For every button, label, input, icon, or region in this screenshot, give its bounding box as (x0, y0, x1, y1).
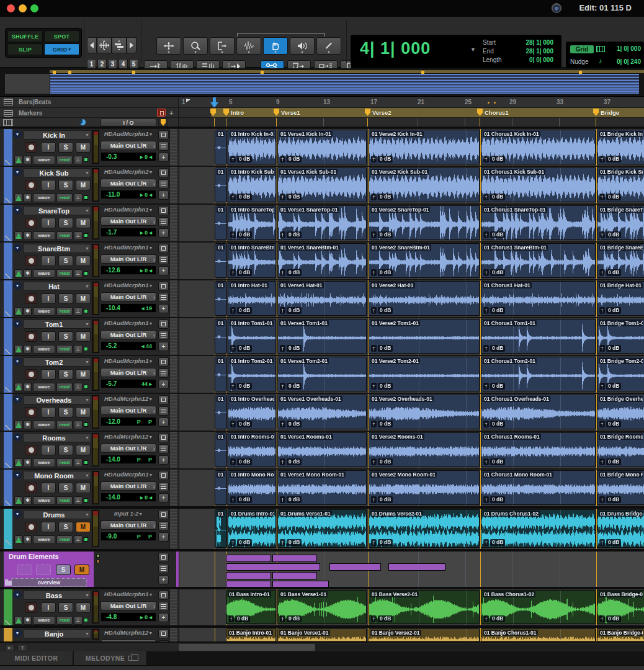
ruler-menu-icon[interactable] (4, 99, 13, 105)
clip-gain-chip[interactable]: †0 dB (280, 615, 302, 622)
output-window-icon[interactable]: ⊥ (74, 535, 83, 544)
output-selector[interactable]: Main Out L/R⍿ (101, 217, 156, 226)
clip-name[interactable]: 01 Verse2 Kick In-01 (370, 131, 424, 137)
clip-gain-chip[interactable]: †0 dB (230, 496, 252, 503)
scroll-to-start-icon[interactable]: ⇤ (5, 644, 15, 651)
midi-clip[interactable] (226, 555, 271, 562)
clip-name[interactable]: 01 Bridge Tom1-01 (599, 320, 643, 326)
clip-gain-icon[interactable]: † (599, 345, 605, 352)
collapse-track-icon[interactable]: ▼ (13, 244, 22, 252)
input-selector[interactable]: HDAudMcrphn1▼ (101, 591, 156, 599)
track-lane[interactable]: 0101 Drums Intro-01†0 dB01 Drums Verse1-… (179, 509, 644, 549)
waveform-zoom-scale[interactable] (169, 243, 177, 279)
clip-name[interactable]: 01 Intro Tom2-01 (230, 358, 274, 364)
track-name-box[interactable]: Kick Sub▼ (23, 168, 91, 177)
clip-gain-chip[interactable]: †0 dB (599, 156, 621, 163)
universe-view-box[interactable] (5, 74, 50, 94)
track-name[interactable]: Tom1 (24, 321, 84, 328)
clip-gain-chip[interactable]: †0 dB (280, 421, 302, 427)
waveform-zoom-scale[interactable] (169, 167, 177, 203)
clip-name[interactable]: 01 Bridge Mono Room-01 (599, 471, 643, 478)
clip-gain-icon[interactable]: † (599, 156, 605, 163)
clip-gain-chip[interactable]: †0 dB (230, 539, 252, 546)
clip-name[interactable]: 01 Intro Overheads-01 (230, 396, 274, 402)
audio-clip[interactable]: 01 Bridge Tom2-01†0 dB (597, 357, 644, 391)
clip-gain-icon[interactable]: † (599, 458, 605, 465)
mute-button[interactable]: M (74, 565, 89, 575)
solo-button[interactable]: S (58, 293, 73, 304)
clip-gain-icon[interactable]: † (371, 615, 377, 622)
track-name[interactable]: SnareTop (24, 207, 84, 215)
clip-gain-value[interactable]: 0 dB (287, 194, 302, 200)
clip-gain-chip[interactable]: †0 dB (371, 231, 393, 238)
audio-clip[interactable]: 01 Banjo Verse1-01 (277, 628, 367, 641)
input-selector[interactable]: HDAudMcrphn2▼ (101, 168, 156, 176)
clip-gain-icon[interactable]: † (280, 156, 285, 163)
clip-name[interactable]: 01 (217, 396, 225, 402)
freeze-button[interactable] (158, 591, 169, 600)
track-name-box[interactable]: Hat▼ (23, 282, 91, 291)
clip-gain-icon[interactable]: † (280, 307, 285, 314)
audio-clip[interactable]: 01 Verse2 Overheads-01†0 dB (369, 395, 480, 429)
audio-clip[interactable]: 01 (215, 205, 227, 240)
marker-label[interactable]: Chorus1 (485, 109, 509, 116)
clip-gain-value[interactable]: 0 dB (490, 496, 505, 503)
audio-clip[interactable]: 01 Verse2 Rooms-01†0 dB (369, 432, 480, 467)
clip-gain-chip[interactable]: †0 dB (483, 307, 505, 314)
waveform-zoom-scale[interactable] (169, 356, 177, 393)
zoom-vertical-icon[interactable] (112, 37, 127, 53)
clip-name[interactable]: 01 (217, 282, 225, 288)
input-selector[interactable]: HDAudMcrphn1▼ (101, 206, 156, 214)
waveform-zoom-scale[interactable] (169, 589, 177, 625)
clip-gain-icon[interactable]: † (483, 539, 489, 546)
mute-button[interactable]: M (76, 602, 91, 613)
mute-button[interactable]: M (76, 142, 91, 153)
audio-clip[interactable]: 01 Bass Verse2-01†0 dB (369, 590, 480, 624)
clip-gain-value[interactable]: 0 dB (490, 307, 505, 314)
clip-gain-icon[interactable]: † (230, 194, 236, 200)
freeze-button[interactable] (158, 168, 169, 177)
solo-button[interactable]: S (58, 522, 73, 532)
clip-name[interactable]: 01 (217, 471, 225, 478)
edit-mode-spot[interactable]: SPOT (44, 30, 79, 42)
clip-gain-value[interactable]: 0 dB (378, 615, 393, 622)
track-lane[interactable]: 0101 Intro Mono Room-01†0 dB01 Verse1 Mo… (179, 470, 644, 506)
track-lane[interactable]: 0101 Intro Tom2-01†0 dB01 Verse1 Tom2-01… (179, 356, 644, 393)
clip-gain-value[interactable]: 0 dB (378, 269, 393, 276)
zoom-toggle-tool[interactable]: ▾ (156, 37, 181, 55)
freeze-button[interactable] (158, 130, 169, 140)
clip-name[interactable]: 01 Chorus1 Tom2-01 (483, 358, 537, 364)
waveform-zoom-scale[interactable] (169, 205, 177, 241)
clip-gain-chip[interactable]: †0 dB (599, 269, 621, 276)
audio-clip[interactable]: 01 Chorus1 Hat-01†0 dB (481, 281, 596, 316)
edit-mode-grid[interactable]: GRID (44, 43, 79, 55)
track-name-dropdown-icon[interactable]: ▼ (85, 322, 89, 326)
audio-clip[interactable]: 01 Chorus1 Mono Room-01†0 dB (481, 470, 596, 505)
audio-clip[interactable]: 01 Bridge Rooms-01†0 dB (597, 432, 644, 467)
track-name-box[interactable]: Overheads▼ (23, 395, 91, 404)
start-value[interactable]: 28| 1| 000 (525, 39, 553, 46)
clip-name[interactable]: 01 (217, 169, 225, 175)
collapse-track-icon[interactable]: ▼ (13, 433, 22, 441)
volume-pan-display[interactable]: -5.2◂ 44 (101, 341, 156, 351)
collapse-track-icon[interactable]: ▼ (13, 591, 22, 599)
voice-selector-icon[interactable] (14, 496, 22, 505)
clip-gain-chip[interactable]: †0 dB (280, 383, 302, 390)
output-selector[interactable]: Main Out L/R⍿ (101, 179, 156, 188)
clip-gain-chip[interactable]: †0 dB (280, 231, 302, 238)
clip-gain-icon[interactable]: † (599, 496, 605, 503)
pan-value[interactable]: P P (137, 419, 152, 425)
clip-gain-chip[interactable]: †0 dB (230, 458, 252, 465)
clip-name[interactable]: 01 Banjo Verse2-01 (370, 630, 421, 636)
voice-selector-icon[interactable] (14, 156, 22, 164)
input-selector[interactable]: HDAudMcrphn1▼ (101, 357, 156, 365)
end-value[interactable]: 28| 1| 000 (525, 48, 553, 55)
clip-name[interactable]: 01 Banjo Verse1-01 (279, 630, 330, 636)
track-lane[interactable]: 0101 Intro Hat-01†0 dB01 Verse1 Hat-01†0… (179, 280, 644, 317)
volume-value[interactable]: -0.3 (106, 153, 117, 160)
clip-gain-value[interactable]: 0 dB (490, 231, 505, 238)
volume-pan-display[interactable]: -4.8▸ 0 ◂ (101, 612, 156, 622)
marker-label[interactable]: Intro (231, 109, 244, 116)
audio-clip[interactable]: 01 Bridge Hat-01†0 dB (597, 281, 644, 316)
automation-mode-button[interactable]: read (56, 535, 73, 544)
